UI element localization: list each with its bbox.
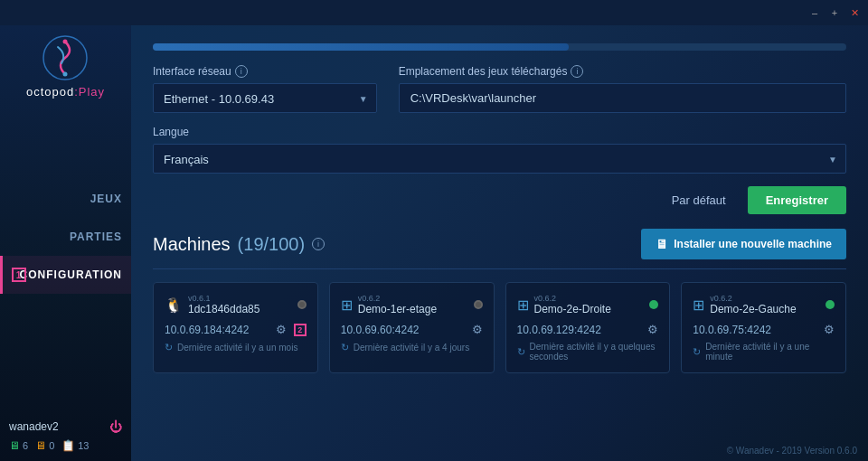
- machine-status-indicator: [826, 300, 835, 309]
- machine-card-header: 🐧 v0.6.1 1dc1846dda85: [165, 294, 307, 315]
- machine-card-header: ⊞ v0.6.2 Demo-2e-Droite: [517, 294, 659, 315]
- machine-name: Demo-2e-Gauche: [710, 303, 796, 315]
- nav-items: JEUX PARTIES 1 CONFIGURATION: [0, 180, 131, 294]
- machine-name: Demo-2e-Droite: [534, 303, 611, 315]
- refresh-icon: ↻: [517, 346, 525, 358]
- machine-os-icon: ⊞: [517, 296, 529, 314]
- sessions-count: 13: [78, 440, 89, 451]
- power-icon[interactable]: ⏻: [109, 419, 122, 434]
- sidebar-item-jeux[interactable]: JEUX: [0, 180, 131, 218]
- network-select-wrapper: ▼ Ethernet - 10.0.69.43: [153, 83, 377, 113]
- action-row: Par défaut Enregistrer: [153, 186, 846, 214]
- monitor-online-count: 6: [23, 440, 28, 451]
- machine-status-indicator: [297, 300, 307, 309]
- minimize-button[interactable]: –: [808, 6, 821, 19]
- machine-info: ⊞ v0.6.2 Demo-2e-Droite: [517, 294, 611, 315]
- username-label: wanadev2: [9, 420, 104, 433]
- config-badge: 1: [12, 268, 26, 282]
- language-select[interactable]: [153, 144, 846, 174]
- location-input[interactable]: C:\VRDesk\var\launcher: [399, 83, 846, 113]
- refresh-icon: ↻: [341, 342, 349, 353]
- machines-header: Machines (19/100) i 🖥 Installer une nouv…: [153, 229, 846, 269]
- machine-card-header: ⊞ v0.6.2 Demo-1er-etage: [341, 294, 483, 315]
- machine-os-icon: 🐧: [165, 296, 183, 314]
- main-content: Interface réseau i ▼ Ethernet - 10.0.69.…: [131, 25, 868, 461]
- machine-card: 🐧 v0.6.1 1dc1846dda85 10.0.69.184:4242 ⚙…: [153, 282, 318, 373]
- machine-info: ⊞ v0.6.2 Demo-2e-Gauche: [693, 294, 796, 315]
- close-button[interactable]: ✕: [848, 6, 861, 19]
- location-info-icon[interactable]: i: [571, 65, 583, 78]
- machine-activity: ↻ Dernière activité il y a quelques seco…: [517, 342, 659, 362]
- machines-grid: 🐧 v0.6.1 1dc1846dda85 10.0.69.184:4242 ⚙…: [153, 282, 846, 373]
- language-section: Langue Français ▼: [153, 126, 846, 174]
- machines-title: Machines (19/100) i: [153, 234, 325, 255]
- form-section-network: Interface réseau i ▼ Ethernet - 10.0.69.…: [153, 65, 846, 113]
- machine-ip: 10.0.69.184:4242: [165, 324, 270, 336]
- scrollbar-thumb: [153, 43, 569, 51]
- machine-activity: ↻ Dernière activité il y a 4 jours: [341, 342, 483, 353]
- network-info-icon[interactable]: i: [235, 65, 248, 78]
- status-sessions: 📋 13: [61, 439, 89, 452]
- machine-status-indicator: [649, 300, 658, 309]
- location-label: Emplacement des jeux téléchargés i: [399, 65, 846, 78]
- machine-status-indicator: [474, 300, 483, 309]
- top-scrollbar[interactable]: [153, 43, 846, 51]
- machine-name-block: v0.6.2 Demo-2e-Droite: [534, 294, 611, 315]
- machine-name: 1dc1846dda85: [188, 303, 259, 315]
- network-select[interactable]: [153, 83, 377, 113]
- sidebar-footer: wanadev2 ⏻ 🖥 6 🖥 0 📋 13: [0, 419, 131, 452]
- logo-icon: [42, 34, 89, 81]
- machine-card-header: ⊞ v0.6.2 Demo-2e-Gauche: [693, 294, 835, 315]
- default-button[interactable]: Par défaut: [659, 186, 739, 214]
- network-group: Interface réseau i ▼ Ethernet - 10.0.69.…: [153, 65, 377, 113]
- machine-name: Demo-1er-etage: [358, 303, 437, 315]
- gear-icon[interactable]: ⚙: [824, 323, 835, 336]
- machine-ip-row: 10.0.69.129:4242 ⚙: [517, 323, 659, 336]
- gear-icon[interactable]: ⚙: [472, 323, 483, 336]
- status-monitors-online: 🖥 6: [9, 439, 28, 452]
- machine-name-block: v0.6.2 Demo-2e-Gauche: [710, 294, 796, 315]
- machine-os-icon: ⊞: [341, 296, 353, 314]
- titlebar: – + ✕: [0, 0, 868, 25]
- machines-info-icon[interactable]: i: [312, 238, 325, 250]
- machine-card: ⊞ v0.6.2 Demo-1er-etage 10.0.69.60:4242 …: [329, 282, 495, 373]
- machine-ip: 10.0.69.60:4242: [341, 324, 467, 336]
- svg-point-2: [63, 72, 68, 77]
- machine-name-block: v0.6.1 1dc1846dda85: [188, 294, 259, 315]
- gear-icon[interactable]: ⚙: [276, 323, 287, 336]
- machine-ip-row: 10.0.69.184:4242 ⚙ 2: [165, 323, 307, 336]
- activity-text: Dernière activité il y a quelques second…: [530, 342, 659, 362]
- machine-name-block: v0.6.2 Demo-1er-etage: [358, 294, 437, 315]
- network-label: Interface réseau i: [153, 65, 377, 78]
- status-row: 🖥 6 🖥 0 📋 13: [9, 439, 122, 452]
- install-machine-button[interactable]: 🖥 Installer une nouvelle machine: [641, 229, 846, 259]
- logo-area: octopod:Play: [26, 34, 105, 99]
- machine-version: v0.6.2: [358, 294, 437, 303]
- refresh-icon: ↻: [693, 346, 701, 358]
- machines-count: (19/100): [238, 234, 306, 255]
- save-button[interactable]: Enregistrer: [748, 186, 846, 214]
- copyright-label: © Wanadev - 2019 Version 0.6.0: [727, 446, 857, 456]
- machine-version: v0.6.2: [710, 294, 796, 303]
- machine-info: ⊞ v0.6.2 Demo-1er-etage: [341, 294, 437, 315]
- gear-icon[interactable]: ⚙: [647, 323, 658, 336]
- logo-text: octopod:Play: [26, 85, 105, 99]
- machine-ip: 10.0.69.129:4242: [517, 324, 643, 336]
- sidebar-item-configuration[interactable]: 1 CONFIGURATION: [0, 256, 131, 294]
- app-body: octopod:Play JEUX PARTIES 1 CONFIGURATIO…: [0, 25, 868, 461]
- machine-activity: ↻ Dernière activité il y a un mois: [165, 342, 307, 353]
- machine-os-icon: ⊞: [693, 296, 704, 314]
- svg-point-1: [63, 40, 68, 44]
- monitor-install-icon: 🖥: [656, 237, 668, 251]
- monitor-green-icon: 🖥: [9, 439, 20, 452]
- machine-ip: 10.0.69.75:4242: [693, 324, 818, 336]
- status-monitors-warning: 🖥 0: [35, 439, 54, 452]
- maximize-button[interactable]: +: [828, 6, 841, 19]
- machine-ip-row: 10.0.69.75:4242 ⚙: [693, 323, 835, 336]
- user-row: wanadev2 ⏻: [9, 419, 122, 434]
- machine-card: ⊞ v0.6.2 Demo-2e-Gauche 10.0.69.75:4242 …: [681, 282, 846, 373]
- activity-text: Dernière activité il y a 4 jours: [354, 343, 469, 353]
- location-group: Emplacement des jeux téléchargés i C:\VR…: [399, 65, 846, 113]
- machine-ip-row: 10.0.69.60:4242 ⚙: [341, 323, 483, 336]
- sidebar-item-parties[interactable]: PARTIES: [0, 218, 131, 256]
